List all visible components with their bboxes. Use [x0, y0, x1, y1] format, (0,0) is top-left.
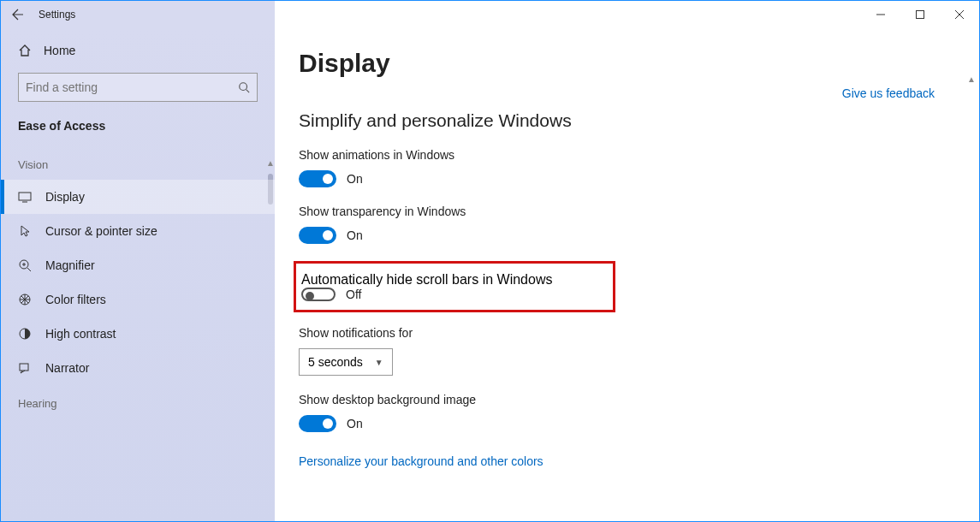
personalize-link[interactable]: Personalize your background and other co… [299, 454, 543, 468]
search-icon [238, 81, 250, 93]
setting-desktop-bg: Show desktop background image On [299, 393, 945, 432]
svg-rect-6 [19, 193, 31, 200]
svg-line-5 [246, 90, 250, 93]
sidebar-item-cursor[interactable]: Cursor & pointer size [1, 214, 275, 248]
sidebar-item-label: Cursor & pointer size [45, 224, 157, 238]
setting-animations: Show animations in Windows On [299, 148, 945, 187]
sidebar-scroll-up-icon[interactable]: ▲ [266, 158, 275, 168]
section-title: Simplify and personalize Windows [299, 110, 945, 131]
sidebar: Home Ease of Access ▲ Vision Display Cur… [1, 28, 275, 521]
feedback-link[interactable]: Give us feedback [842, 86, 935, 100]
sidebar-group-vision: Vision [1, 146, 275, 180]
toggle-state: On [347, 417, 363, 430]
sidebar-home-label: Home [44, 44, 75, 57]
setting-transparency: Show transparency in Windows On [299, 205, 945, 244]
home-icon [18, 44, 32, 57]
setting-label: Automatically hide scroll bars in Window… [296, 272, 606, 288]
sidebar-item-color-filters[interactable]: Color filters [1, 282, 275, 317]
cursor-icon [18, 224, 32, 238]
toggle-state: On [347, 228, 363, 242]
setting-label: Show animations in Windows [299, 148, 945, 162]
sidebar-item-narrator[interactable]: Narrator [1, 351, 275, 385]
toggle-transparency[interactable] [299, 227, 336, 244]
setting-notifications: Show notifications for 5 seconds ▼ [299, 326, 945, 376]
dropdown-value: 5 seconds [308, 355, 363, 369]
sidebar-item-label: Color filters [45, 293, 106, 306]
sidebar-item-label: Display [45, 190, 85, 204]
maximize-button[interactable] [900, 1, 940, 28]
sidebar-home[interactable]: Home [1, 37, 275, 64]
toggle-state: On [347, 172, 363, 186]
svg-rect-18 [20, 364, 28, 371]
titlebar: Settings [1, 1, 979, 28]
sidebar-item-display[interactable]: Display [1, 180, 275, 214]
sidebar-group-hearing: Hearing [1, 385, 275, 418]
svg-line-9 [27, 268, 31, 271]
chevron-down-icon: ▼ [375, 358, 383, 367]
svg-rect-1 [917, 11, 924, 19]
close-button[interactable] [940, 1, 979, 28]
page-title: Display [299, 49, 945, 78]
magnifier-icon [18, 258, 32, 272]
color-filters-icon [18, 293, 32, 306]
window-title: Settings [39, 9, 75, 21]
sidebar-item-label: High contrast [45, 327, 116, 341]
dropdown-notifications[interactable]: 5 seconds ▼ [299, 348, 393, 376]
sidebar-category: Ease of Access [1, 114, 275, 146]
sidebar-item-label: Magnifier [45, 258, 95, 272]
svg-point-4 [240, 83, 247, 91]
back-button[interactable] [9, 8, 23, 21]
sidebar-item-high-contrast[interactable]: High contrast [1, 317, 275, 351]
display-icon [18, 190, 32, 204]
toggle-state: Off [346, 288, 361, 301]
high-contrast-icon [18, 327, 32, 341]
toggle-animations[interactable] [299, 170, 336, 187]
minimize-button[interactable] [861, 1, 900, 28]
sidebar-item-magnifier[interactable]: Magnifier [1, 248, 275, 282]
content-scroll-up-icon[interactable]: ▲ [967, 74, 976, 84]
toggle-hide-scrollbars[interactable] [301, 288, 336, 301]
setting-label: Show transparency in Windows [299, 205, 945, 218]
search-input[interactable] [26, 80, 238, 94]
search-box[interactable] [18, 73, 258, 102]
toggle-desktop-bg[interactable] [299, 415, 336, 432]
highlighted-setting: Automatically hide scroll bars in Window… [294, 261, 615, 312]
narrator-icon [18, 361, 32, 375]
sidebar-item-label: Narrator [45, 361, 89, 375]
content-pane: Display Give us feedback ▲ Simplify and … [275, 28, 979, 521]
setting-label: Show notifications for [299, 326, 945, 340]
setting-label: Show desktop background image [299, 393, 945, 406]
